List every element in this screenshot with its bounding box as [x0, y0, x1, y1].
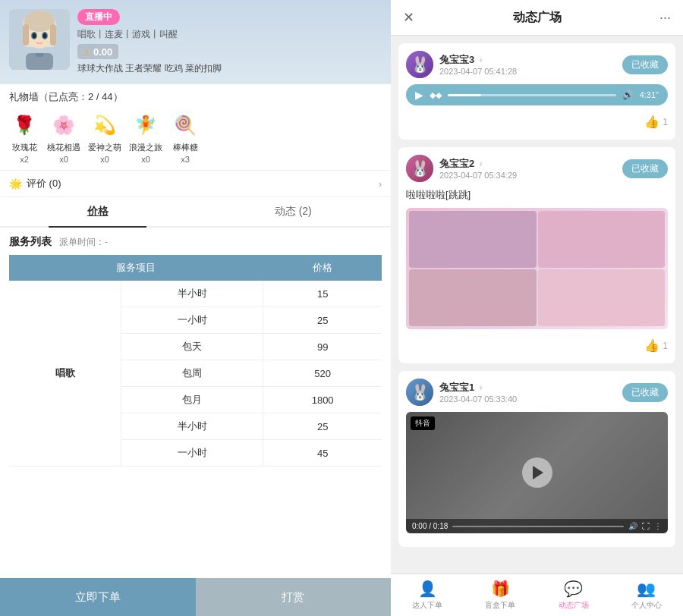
gift-name: 棒棒糖	[173, 142, 198, 153]
right-header: ✕ 动态广场 ···	[391, 0, 683, 36]
collect-button[interactable]: 已收藏	[622, 55, 668, 74]
price-cell: 25	[263, 307, 382, 334]
bottom-nav: 👤 达人下单 🎁 盲盒下单 💬 动态广场 👥 个人中心	[391, 574, 683, 616]
video-progress[interactable]	[452, 526, 624, 527]
avatar: 🐰	[406, 379, 433, 406]
svg-point-10	[43, 33, 47, 39]
feed-username: 兔宝宝2 ♀	[439, 157, 616, 171]
right-title: 动态广场	[513, 10, 562, 26]
post-image-cell	[538, 269, 666, 326]
coin-bar: ♪ 0.00	[77, 44, 118, 59]
service-table: 服务项目 价格 唱歌 半小时 15 一小时 25 包天 99 包周 520 包月…	[9, 255, 382, 467]
gender-icon: ♀	[477, 383, 483, 392]
tabs-bar: 价格 动态 (2)	[0, 197, 391, 228]
price-cell: 45	[263, 440, 382, 467]
gift-icon: 💫	[90, 110, 120, 140]
post-image	[406, 208, 668, 329]
audio-player[interactable]: ▶ ◆◆ 🔊 4:31"	[406, 84, 668, 105]
nav-icon: 👥	[637, 580, 656, 598]
gift-item: 🌹 玫瑰花 x2	[9, 110, 39, 164]
nav-item-达人下单[interactable]: 👤 达人下单	[391, 574, 464, 616]
nav-item-个人中心[interactable]: 👥 个人中心	[610, 574, 683, 616]
gift-icon: 🧚	[131, 110, 161, 140]
service-title: 服务列表	[9, 235, 52, 249]
price-cell: 520	[263, 360, 382, 387]
more-icon[interactable]: ⋮	[654, 522, 662, 530]
avatar	[9, 9, 70, 70]
col-service: 服务项目	[9, 255, 263, 281]
gift-name: 桃花相遇	[47, 142, 80, 153]
like-row: 👍 1	[406, 335, 668, 356]
feed-user-row: 🐰 兔宝宝2 ♀ 2023-04-07 05:34:29 已收藏	[406, 155, 668, 182]
nav-item-动态广场[interactable]: 💬 动态广场	[537, 574, 610, 616]
feed-time: 2023-04-07 05:33:40	[439, 394, 616, 404]
tip-button[interactable]: 打赏	[196, 578, 392, 616]
video-controls: 0:00 / 0:18 🔊 ⛶ ⋮	[406, 519, 668, 533]
nav-label: 动态广场	[559, 600, 589, 611]
collect-button[interactable]: 已收藏	[622, 383, 668, 402]
audio-play-button[interactable]: ▶	[415, 89, 423, 101]
review-text: 评价 (0)	[27, 177, 61, 190]
audio-duration: 4:31"	[640, 90, 659, 99]
feed-time: 2023-04-07 05:41:28	[439, 67, 616, 76]
feed-time: 2023-04-07 05:34:29	[439, 171, 616, 180]
service-time: 派单时间：-	[59, 236, 108, 249]
gift-name: 玫瑰花	[12, 142, 37, 153]
expand-icon[interactable]: ⛶	[642, 522, 650, 530]
feed-user-row: 🐰 兔宝宝1 ♀ 2023-04-07 05:33:40 已收藏	[406, 379, 668, 406]
order-button[interactable]: 立即下单	[0, 578, 196, 616]
gender-icon: ♀	[477, 159, 483, 168]
feed-username: 兔宝宝1 ♀	[439, 381, 616, 394]
coin-icon: ♪	[83, 46, 89, 58]
feed-user-info: 兔宝宝3 ♀ 2023-04-07 05:41:28	[439, 53, 616, 76]
more-button[interactable]: ···	[659, 10, 671, 26]
price-cell: 99	[263, 334, 382, 360]
svg-rect-6	[50, 24, 56, 46]
close-button[interactable]: ✕	[403, 9, 414, 26]
nav-label: 个人中心	[631, 600, 662, 611]
nav-icon: 👤	[418, 580, 437, 598]
tab-price[interactable]: 价格	[0, 197, 196, 226]
like-icon[interactable]: 👍	[644, 115, 659, 129]
feed-user-info: 兔宝宝2 ♀ 2023-04-07 05:34:29	[439, 157, 616, 180]
item-cell: 半小时	[121, 413, 263, 440]
nav-label: 盲盒下单	[485, 600, 515, 611]
feed-item: 🐰 兔宝宝1 ♀ 2023-04-07 05:33:40 已收藏	[398, 371, 675, 547]
like-icon[interactable]: 👍	[644, 338, 659, 353]
bottom-buttons: 立即下单 打赏	[0, 578, 391, 616]
post-image-cell	[409, 211, 537, 268]
tab-dynamic[interactable]: 动态 (2)	[196, 197, 392, 226]
like-row: 👍 1	[406, 112, 668, 132]
gift-items: 🌹 玫瑰花 x2 🌸 桃花相遇 x0 💫 爱神之萌 x0 🧚 浪漫之旅 x0 🍭…	[9, 110, 382, 164]
nav-item-盲盒下单[interactable]: 🎁 盲盒下单	[464, 574, 537, 616]
tiktok-badge: 抖音	[411, 416, 435, 430]
video-player[interactable]: 抖音 0:00 / 0:18 🔊 ⛶ ⋮	[406, 412, 668, 533]
collect-button[interactable]: 已收藏	[622, 159, 668, 178]
service-section: 服务列表 派单时间：- 服务项目 价格 唱歌 半小时 15 一小时 25 包天 …	[0, 228, 391, 578]
gift-count: x0	[59, 155, 68, 164]
gift-count: x0	[141, 155, 150, 164]
video-thumbnail	[406, 412, 668, 533]
item-cell: 包天	[121, 334, 263, 360]
item-cell: 一小时	[121, 307, 263, 334]
avatar: 🐰	[406, 155, 433, 182]
price-cell: 1800	[263, 387, 382, 413]
gift-wall-title: 礼物墙（已点亮：2 / 44）	[9, 90, 382, 104]
review-icon: 🌟	[9, 178, 22, 190]
gift-item: 🍭 棒棒糖 x3	[170, 110, 200, 164]
volume-icon[interactable]: 🔊	[628, 522, 637, 530]
post-image-cell	[409, 269, 537, 326]
gift-name: 浪漫之旅	[129, 142, 162, 153]
gift-item: 🌸 桃花相遇 x0	[47, 110, 80, 164]
left-panel: 直播中 唱歌丨连麦丨游戏丨叫醒 ♪ 0.00 球球大作战 王者荣耀 吃鸡 菜的扣…	[0, 0, 391, 616]
svg-rect-12	[36, 53, 43, 57]
nav-icon: 💬	[564, 580, 583, 598]
gift-count: x3	[181, 155, 190, 164]
price-cell: 25	[263, 413, 382, 440]
category-cell: 唱歌	[9, 281, 121, 467]
item-cell: 半小时	[121, 281, 263, 307]
feed-item: 🐰 兔宝宝2 ♀ 2023-04-07 05:34:29 已收藏 啦啦啦啦[跳跳…	[398, 147, 675, 363]
gift-icon: 🌹	[9, 110, 39, 140]
price-cell: 15	[263, 281, 382, 307]
review-section[interactable]: 🌟 评价 (0) ›	[0, 171, 391, 197]
